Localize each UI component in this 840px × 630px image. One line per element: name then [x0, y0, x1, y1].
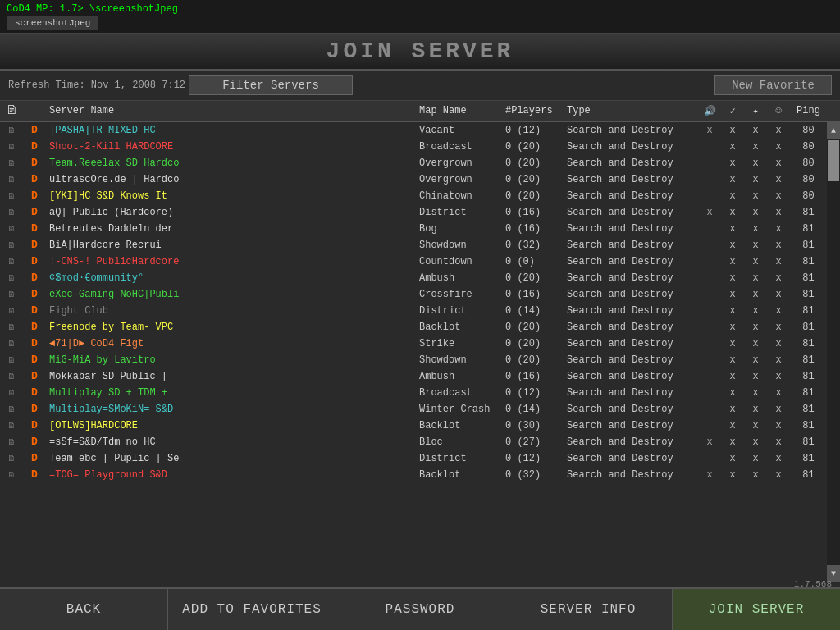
row-flag-1: X [721, 208, 744, 217]
row-players: 0 (27) [505, 436, 567, 448]
row-flag-1: X [721, 470, 744, 480]
new-favorite-button[interactable]: New Favorite [714, 75, 832, 95]
row-map-name: Backlot [419, 322, 505, 333]
row-icon: 🗎 [0, 306, 23, 316]
table-row[interactable]: 🗎 D [YKI]HC S&D Knows It Chinatown 0 (20… [0, 188, 840, 204]
row-speaker: X [698, 437, 721, 447]
row-type-d: D [23, 304, 46, 317]
row-ping: 80 [790, 190, 827, 202]
row-type-d: D [23, 222, 46, 235]
row-flag-2: X [744, 224, 767, 234]
col-server-header[interactable]: Server Name [46, 105, 419, 116]
row-flag-3: X [767, 208, 790, 217]
row-type-d: D [23, 386, 46, 399]
table-row[interactable]: 🗎 D Fight Club District 0 (14) Search an… [0, 303, 840, 319]
row-flag-3: X [767, 175, 790, 185]
row-icon: 🗎 [0, 273, 23, 283]
table-row[interactable]: 🗎 D Shoot-2-Kill HARDCORE Broadcast 0 (2… [0, 139, 840, 155]
row-icon: 🗎 [0, 404, 23, 414]
server-info-button[interactable]: Server Info [504, 589, 673, 630]
row-flag-2: X [744, 142, 767, 152]
table-row[interactable]: 🗎 D ¢$mod·€ommunity° Ambush 0 (20) Searc… [0, 270, 840, 286]
filter-servers-button[interactable]: Filter Servers [189, 75, 353, 95]
row-players: 0 (14) [505, 305, 567, 317]
add-favorites-button[interactable]: Add To Favorites [168, 589, 336, 630]
table-row[interactable]: 🗎 D =sSf=S&D/Tdm no HC Bloc 0 (27) Searc… [0, 434, 840, 450]
row-flag-3: X [767, 240, 790, 250]
row-players: 0 (20) [505, 272, 567, 284]
row-players: 0 (20) [505, 190, 567, 202]
row-game-type: Search and Destroy [567, 256, 698, 267]
row-flag-3: X [767, 306, 790, 316]
row-server-name: MiG-MiA by Lavitro [46, 354, 419, 366]
row-speaker: X [698, 208, 721, 217]
table-row[interactable]: 🗎 D Team ebc | Puplic | Se District 0 (1… [0, 450, 840, 467]
row-flag-1: X [721, 372, 744, 381]
table-row[interactable]: 🗎 D Multiplay=SMoKiN= S&D Winter Crash 0… [0, 401, 840, 418]
scroll-up-button[interactable]: ▲ [827, 122, 840, 139]
back-button[interactable]: Back [0, 589, 168, 630]
row-flag-2: X [744, 273, 767, 283]
row-type-d: D [23, 321, 46, 333]
table-row[interactable]: 🗎 D Team.Reeelax SD Hardco Overgrown 0 (… [0, 155, 840, 171]
row-flag-3: X [767, 404, 790, 414]
table-row[interactable]: 🗎 D [OTLWS]HARDCORE Backlot 0 (30) Searc… [0, 418, 840, 434]
row-icon: 🗎 [0, 208, 23, 217]
table-row[interactable]: 🗎 D !-CNS-! PublicHardcore Countdown 0 (… [0, 253, 840, 270]
row-players: 0 (12) [505, 453, 567, 464]
row-server-name: Mokkabar SD Public | [46, 371, 419, 382]
col-ping-header[interactable]: Ping [790, 105, 827, 116]
table-row[interactable]: 🗎 D ◄71|D► CoD4 Figt Strike 0 (20) Searc… [0, 336, 840, 352]
table-row[interactable]: 🗎 D Freenode by Team- VPC Backlot 0 (20)… [0, 319, 840, 336]
table-row[interactable]: 🗎 D eXec-Gaming NoHC|Publi Crossfire 0 (… [0, 286, 840, 303]
row-type-d: D [23, 173, 46, 185]
screenshot-tab[interactable]: screenshotJpeg [7, 16, 98, 30]
row-game-type: Search and Destroy [567, 289, 698, 300]
row-game-type: Search and Destroy [567, 338, 698, 349]
row-speaker: X [698, 470, 721, 480]
table-row[interactable]: 🗎 D MiG-MiA by Lavitro Showdown 0 (20) S… [0, 352, 840, 368]
row-flag-3: X [767, 191, 790, 201]
col-type-header[interactable]: Type [567, 105, 698, 116]
table-row[interactable]: 🗎 D Mokkabar SD Public | Ambush 0 (16) S… [0, 368, 840, 385]
row-game-type: Search and Destroy [567, 453, 698, 464]
row-icon: 🗎 [0, 421, 23, 431]
table-row[interactable]: 🗎 D |PASHA|TR MIXED HC Vacant 0 (12) Sea… [0, 122, 840, 139]
row-icon: 🗎 [0, 126, 23, 135]
row-server-name: =TOG= Playground S&D [46, 469, 419, 481]
row-ping: 81 [790, 322, 827, 333]
row-map-name: Crossfire [419, 289, 505, 300]
join-server-button[interactable]: Join Server [673, 589, 840, 630]
row-type-d: D [23, 436, 46, 448]
row-game-type: Search and Destroy [567, 223, 698, 235]
row-icon: 🗎 [0, 142, 23, 152]
row-flag-1: X [721, 175, 744, 185]
table-row[interactable]: 🗎 D BiA|Hardcore Recrui Showdown 0 (32) … [0, 237, 840, 253]
row-game-type: Search and Destroy [567, 469, 698, 481]
row-game-type: Search and Destroy [567, 420, 698, 431]
table-row[interactable]: 🗎 D Betreutes Daddeln der Bog 0 (16) Sea… [0, 221, 840, 237]
row-server-name: =sSf=S&D/Tdm no HC [46, 436, 419, 448]
row-flag-3: X [767, 142, 790, 152]
table-row[interactable]: 🗎 D ultrascOre.de | Hardco Overgrown 0 (… [0, 171, 840, 188]
scroll-thumb[interactable] [828, 140, 839, 181]
row-map-name: Strike [419, 338, 505, 349]
row-flag-3: X [767, 421, 790, 431]
row-server-name: |PASHA|TR MIXED HC [46, 125, 419, 136]
row-players: 0 (0) [505, 256, 567, 267]
row-server-name: Shoot-2-Kill HARDCORE [46, 141, 419, 153]
row-icon: 🗎 [0, 372, 23, 381]
row-ping: 81 [790, 256, 827, 267]
col-players-header[interactable]: #Players [505, 105, 567, 116]
table-row[interactable]: 🗎 D aQ| Public (Hardcore) District 0 (16… [0, 204, 840, 221]
refresh-time: Refresh Time: Nov 1, 2008 7:12 [8, 80, 189, 91]
col-map-header[interactable]: Map Name [419, 105, 505, 116]
table-row[interactable]: 🗎 D Multiplay SD + TDM + Broadcast 0 (12… [0, 385, 840, 401]
table-row[interactable]: 🗎 D =TOG= Playground S&D Backlot 0 (32) … [0, 467, 840, 483]
row-server-name: aQ| Public (Hardcore) [46, 207, 419, 218]
row-type-d: D [23, 419, 46, 431]
row-flag-2: X [744, 322, 767, 332]
row-flag-1: X [721, 355, 744, 365]
page-title: JOIN SERVER [326, 39, 514, 64]
password-button[interactable]: Password [336, 589, 504, 630]
